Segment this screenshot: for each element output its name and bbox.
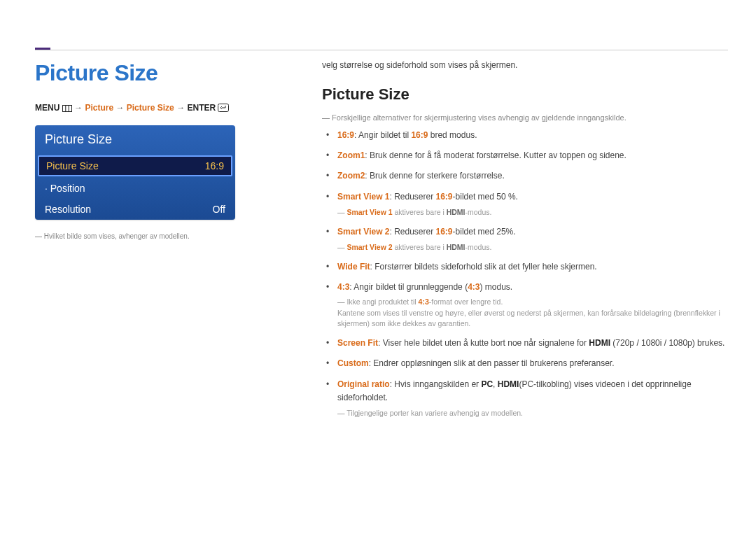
breadcrumb-enter: ENTER bbox=[187, 103, 216, 113]
osd-preview: Picture Size Picture Size 16:9 Position … bbox=[35, 125, 235, 220]
opt-zoom1: Zoom1: Bruk denne for å få moderat forst… bbox=[322, 149, 728, 169]
osd-row-label: Resolution bbox=[45, 204, 91, 215]
opt-4-3: 4:3: Angir bildet til grunnleggende (4:3… bbox=[322, 281, 728, 337]
osd-row-label: Picture Size bbox=[46, 160, 99, 171]
page-title: Picture Size bbox=[35, 60, 294, 86]
menu-grid-icon bbox=[62, 103, 74, 113]
opt-zoom2: Zoom2: Bruk denne for sterkere forstørre… bbox=[322, 169, 728, 190]
breadcrumb-menu: MENU bbox=[35, 103, 59, 113]
options-list: 16:9: Angir bildet til 16:9 bred modus. … bbox=[322, 129, 728, 426]
breadcrumb-arrow-1: → bbox=[74, 103, 83, 113]
opt-custom: Custom: Endrer oppløsningen slik at den … bbox=[322, 357, 728, 377]
sub-title: Picture Size bbox=[322, 85, 728, 104]
osd-row-resolution[interactable]: Resolution Off bbox=[35, 199, 235, 220]
opt-original-ratio: Original ratio: Hvis inngangskilden er P… bbox=[322, 378, 728, 426]
opt-smart-view-1: Smart View 1: Reduserer 16:9-bildet med … bbox=[322, 190, 728, 225]
breadcrumb-arrow-2: → bbox=[115, 103, 124, 113]
opt-smart-view-2-note: ― Smart View 2 aktiveres bare i HDMI-mod… bbox=[337, 239, 728, 253]
breadcrumb: MENU → Picture → Picture Size → ENTER bbox=[35, 103, 294, 113]
header-rule bbox=[35, 48, 728, 50]
opt-16-9: 16:9: Angir bildet til 16:9 bred modus. bbox=[322, 129, 728, 149]
enter-icon bbox=[218, 103, 229, 113]
lead-text: velg størrelse og sideforhold som vises … bbox=[322, 60, 728, 70]
opt-wide-fit: Wide Fit: Forstørrer bildets sideforhold… bbox=[322, 260, 728, 281]
breadcrumb-item-picture: Picture bbox=[85, 103, 113, 113]
osd-row-position[interactable]: Position bbox=[35, 178, 235, 199]
opt-smart-view-1-note: ― Smart View 1 aktiveres bare i HDMI-mod… bbox=[337, 204, 728, 218]
opt-screen-fit: Screen Fit: Viser hele bildet uten å kut… bbox=[322, 337, 728, 357]
osd-row-value: 16:9 bbox=[205, 160, 224, 171]
osd-row-label: Position bbox=[45, 183, 85, 194]
opt-smart-view-2: Smart View 2: Reduserer 16:9-bildet med … bbox=[322, 225, 728, 260]
opt-original-ratio-note: ― Tilgjengelige porter kan variere avhen… bbox=[337, 405, 728, 419]
breadcrumb-arrow-3: → bbox=[176, 103, 185, 113]
pre-note: ― Forskjellige alternativer for skjermju… bbox=[322, 113, 728, 122]
svg-rect-0 bbox=[62, 106, 71, 112]
opt-4-3-note: ― Ikke angi produktet til 4:3-format ove… bbox=[337, 294, 728, 330]
osd-title: Picture Size bbox=[35, 125, 235, 154]
breadcrumb-item-picture-size: Picture Size bbox=[127, 103, 174, 113]
osd-row-value: Off bbox=[213, 204, 225, 215]
left-footnote: ― Hvilket bilde som vises, avhenger av m… bbox=[35, 232, 294, 240]
osd-row-picture-size[interactable]: Picture Size 16:9 bbox=[38, 155, 232, 176]
